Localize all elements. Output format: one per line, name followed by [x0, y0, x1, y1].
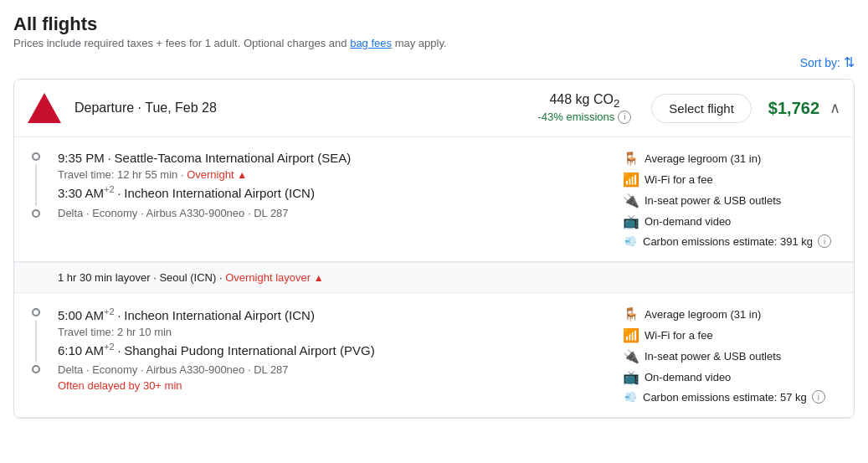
wifi-icon: 📶: [623, 172, 638, 188]
timeline-line-2: [35, 320, 37, 362]
overnight-layover-badge: Overnight layover: [225, 271, 311, 284]
page-header: All flights Prices include required taxe…: [13, 13, 855, 49]
sort-icon[interactable]: ⇅: [844, 54, 855, 70]
timeline-2: [28, 306, 44, 373]
video-icon-2: 📺: [623, 369, 638, 385]
emissions-info: -43% emissions i: [538, 111, 632, 124]
overnight-warning-icon: ▲: [237, 169, 247, 181]
carbon-row-1: 💨 Carbon emissions estimate: 391 kg i: [623, 234, 840, 248]
seg2-travel-time: Travel time: 2 hr 10 min: [58, 326, 606, 338]
seat-icon: 🪑: [623, 151, 638, 167]
emissions-info-icon[interactable]: i: [618, 111, 631, 124]
arrival-superscript: +2: [104, 184, 115, 194]
timeline-dot-bottom: [32, 209, 40, 218]
collapse-icon[interactable]: ∧: [829, 99, 840, 117]
seg2-departure-row: 5:00 AM+2 · Incheon International Airpor…: [58, 306, 606, 322]
power-icon: 🔌: [623, 193, 638, 208]
amenity-legroom-2: 🪑 Average legroom (31 in): [623, 306, 840, 322]
layover-bar: 1 hr 30 min layover · Seoul (ICN) · Over…: [14, 262, 854, 293]
video-icon: 📺: [623, 213, 638, 229]
flight-co2-info: 448 kg CO2 -43% emissions i: [538, 92, 632, 123]
subtitle-prefix: Prices include required taxes + fees for…: [13, 37, 350, 49]
amenity-power-1: 🔌 In-seat power & USB outlets: [623, 193, 840, 208]
seg1-arrival-row: 3:30 AM+2 · Incheon International Airpor…: [58, 184, 606, 200]
departure-date: Tue, Feb 28: [145, 100, 217, 115]
timeline-1: [28, 151, 44, 218]
carbon-icon-2: 💨: [623, 391, 638, 403]
seg2-departure-airport: Incheon International Airport (ICN): [124, 308, 315, 322]
seg1-travel-time: Travel time: 12 hr 55 min · Overnight ▲: [58, 168, 606, 181]
flight-segment-2: 5:00 AM+2 · Incheon International Airpor…: [14, 293, 854, 418]
seg2-arrival-airport: Shanghai Pudong International Airport (P…: [124, 342, 374, 357]
flight-header: Departure · Tue, Feb 28 448 kg CO2 -43% …: [14, 80, 854, 137]
timeline-dot-top: [32, 152, 40, 161]
sort-bar: Sort by: ⇅: [13, 54, 855, 70]
seg1-arrival-airport: Incheon International Airport (ICN): [124, 186, 315, 200]
departure-label: Departure: [74, 100, 134, 115]
seg1-meta: Delta · Economy · Airbus A330-900neo · D…: [58, 207, 606, 219]
flight-card: Departure · Tue, Feb 28 448 kg CO2 -43% …: [13, 79, 855, 419]
airline-logo: [28, 91, 61, 125]
segment-details-2: 5:00 AM+2 · Incheon International Airpor…: [58, 306, 606, 392]
flight-price: $1,762: [768, 99, 819, 118]
select-flight-button[interactable]: Select flight: [651, 94, 752, 123]
departure-text: Departure · Tue, Feb 28: [74, 100, 217, 115]
seg1-departure-airport: Seattle-Tacoma International Airport (SE…: [115, 151, 352, 165]
wifi-icon-2: 📶: [623, 327, 638, 343]
carbon-info-icon-2[interactable]: i: [812, 390, 825, 404]
amenity-power-2: 🔌 In-seat power & USB outlets: [623, 348, 840, 364]
overnight-badge: Overnight: [187, 168, 234, 181]
segment-left-1: 9:35 PM · Seattle-Tacoma International A…: [28, 151, 606, 219]
seg2-arrival-time: 6:10 AM: [58, 342, 104, 357]
segment-details-1: 9:35 PM · Seattle-Tacoma International A…: [58, 151, 606, 219]
seg2-arr-super: +2: [104, 342, 115, 352]
emissions-change: -43% emissions: [538, 111, 615, 123]
seg2-arrival-row: 6:10 AM+2 · Shanghai Pudong Internationa…: [58, 342, 606, 358]
layover-duration: 1 hr 30 min layover: [58, 271, 151, 284]
seg2-amenities: 🪑 Average legroom (31 in) 📶 Wi-Fi for a …: [606, 306, 840, 404]
subtitle-suffix: may apply.: [392, 37, 447, 49]
layover-location: Seoul (ICN): [159, 271, 216, 284]
amenity-video-1: 📺 On-demand video: [623, 213, 840, 229]
seg2-delayed: Often delayed by 30+ min: [58, 379, 606, 392]
segment-left-2: 5:00 AM+2 · Incheon International Airpor…: [28, 306, 606, 392]
amenity-video-2: 📺 On-demand video: [623, 369, 840, 385]
subtitle: Prices include required taxes + fees for…: [13, 37, 855, 49]
power-icon-2: 🔌: [623, 348, 638, 364]
amenity-legroom-1: 🪑 Average legroom (31 in): [623, 151, 840, 167]
timeline-line: [35, 164, 37, 206]
co2-amount: 448 kg CO2: [549, 92, 619, 110]
seg1-departure-time: 9:35 PM: [58, 151, 105, 165]
delta-triangle-icon: [28, 93, 61, 123]
seg2-departure-time: 5:00 AM: [58, 308, 104, 322]
seg1-amenities: 🪑 Average legroom (31 in) 📶 Wi-Fi for a …: [606, 151, 840, 248]
page-title: All flights: [13, 13, 855, 35]
sort-label[interactable]: Sort by:: [800, 56, 840, 69]
carbon-row-2: 💨 Carbon emissions estimate: 57 kg i: [623, 390, 840, 404]
flight-info-left: Departure · Tue, Feb 28: [74, 100, 538, 116]
seg2-dep-super: +2: [104, 306, 115, 316]
seg2-meta: Delta · Economy · Airbus A330-900neo · D…: [58, 363, 606, 376]
bag-fees-link[interactable]: bag fees: [350, 37, 392, 49]
seg1-arrival-time: 3:30 AM: [58, 186, 104, 200]
layover-warning-icon: ▲: [314, 272, 324, 284]
carbon-info-icon-1[interactable]: i: [818, 234, 831, 248]
seg1-departure-row: 9:35 PM · Seattle-Tacoma International A…: [58, 151, 606, 165]
flight-segment-1: 9:35 PM · Seattle-Tacoma International A…: [14, 137, 854, 262]
seat-icon-2: 🪑: [623, 306, 638, 322]
timeline-dot-bottom-2: [32, 365, 40, 373]
timeline-dot-top-2: [32, 308, 40, 316]
carbon-icon-1: 💨: [623, 235, 638, 247]
amenity-wifi-1: 📶 Wi-Fi for a fee: [623, 172, 840, 188]
amenity-wifi-2: 📶 Wi-Fi for a fee: [623, 327, 840, 343]
